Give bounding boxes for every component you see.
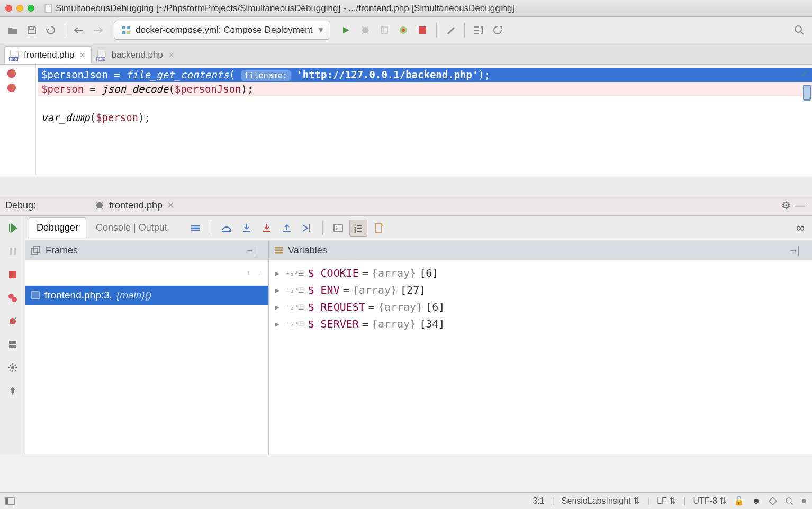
chevron-right-icon[interactable]: ▶ — [275, 269, 283, 277]
breakpoint-icon[interactable] — [7, 84, 16, 92]
show-execution-point-button[interactable] — [186, 220, 204, 237]
evaluate-expression-button[interactable] — [329, 220, 347, 237]
close-tab-button[interactable]: ✕ — [79, 51, 86, 59]
chevron-right-icon[interactable]: ▶ — [275, 303, 283, 311]
stop-debug-button[interactable] — [5, 267, 21, 283]
settings-button[interactable] — [442, 22, 459, 39]
close-session-button[interactable]: ✕ — [167, 199, 175, 211]
run-button[interactable] — [338, 22, 355, 39]
toolbar-separator — [65, 23, 65, 38]
memory-view-button[interactable] — [369, 220, 387, 237]
title-bar: SimultaneousDebugging [~/PhpstormProject… — [0, 0, 812, 17]
svg-rect-14 — [9, 345, 16, 348]
panel-resizer[interactable] — [0, 176, 812, 195]
arrow-up-icon[interactable]: ↑ — [247, 269, 250, 277]
view-breakpoints-button[interactable] — [5, 290, 21, 306]
php-file-icon: php — [97, 50, 108, 60]
tab-label: backend.php — [111, 50, 163, 60]
cursor-position[interactable]: 3:1 — [533, 496, 544, 506]
chevron-down-icon: ▾ — [319, 24, 323, 35]
variable-row[interactable]: ▶¹₂³☰ $_ENV = {array} [27] — [269, 281, 812, 298]
git-icon[interactable] — [768, 496, 778, 506]
file-encoding[interactable]: UTF-8 ⇅ — [693, 496, 727, 506]
svg-point-11 — [12, 297, 17, 302]
pin-button[interactable] — [5, 383, 21, 399]
expand-icon[interactable]: →⎸ — [245, 245, 263, 256]
pause-button[interactable] — [5, 243, 21, 259]
inspector-icon[interactable]: ☻ — [752, 496, 761, 506]
variable-row[interactable]: ▶¹₂³☰ $_SERVER = {array} [34] — [269, 315, 812, 332]
run-configuration-selector[interactable]: docker-compose.yml: Compose Deployment ▾ — [114, 21, 330, 40]
sync-button[interactable] — [42, 22, 59, 39]
close-window-button[interactable] — [5, 5, 12, 12]
variables-pane: Variables →⎸ ▶¹₂³☰ $_COOKIE = {array} [6… — [269, 240, 812, 454]
close-tab-button[interactable]: ✕ — [168, 51, 175, 59]
layout-button[interactable] — [5, 337, 21, 352]
editor-gutter[interactable] — [0, 65, 36, 176]
mute-breakpoints-button[interactable] — [5, 313, 21, 329]
tab-backend-php[interactable]: php backend.php ✕ — [92, 46, 180, 64]
tab-frontend-php[interactable]: php frontend.php ✕ — [4, 46, 92, 64]
expand-icon[interactable]: →⎸ — [789, 245, 807, 256]
array-icon: ¹₂³☰ — [286, 269, 304, 277]
lock-icon[interactable]: 🔓 — [734, 496, 744, 506]
line-separator[interactable]: LF ⇅ — [657, 496, 676, 506]
back-button[interactable] — [70, 22, 87, 39]
maximize-window-button[interactable] — [28, 5, 34, 12]
code-line[interactable]: $personJson = file_get_contents( filenam… — [38, 68, 812, 82]
step-toolbar: 123 — [186, 220, 387, 237]
code-editor[interactable]: $personJson = file_get_contents( filenam… — [0, 65, 812, 176]
watches-button[interactable]: 123 — [349, 220, 367, 237]
forward-button[interactable] — [89, 22, 106, 39]
open-file-button[interactable] — [4, 22, 21, 39]
debug-settings-button[interactable] — [5, 360, 21, 376]
svg-rect-9 — [9, 271, 16, 278]
tool-window-toggle-icon[interactable] — [5, 497, 15, 505]
svg-point-1 — [362, 27, 368, 33]
debug-button[interactable] — [357, 22, 374, 39]
variable-row[interactable]: ▶¹₂³☰ $_COOKIE = {array} [6] — [269, 265, 812, 281]
step-out-button[interactable] — [278, 220, 296, 237]
breakpoint-icon[interactable] — [7, 69, 16, 78]
search-status-icon[interactable] — [785, 497, 793, 505]
svg-rect-25 — [31, 248, 38, 254]
inspection-ok-icon[interactable]: ✓ — [801, 67, 807, 81]
variable-row[interactable]: ▶¹₂³☰ $_REQUEST = {array} [6] — [269, 298, 812, 315]
structure-button[interactable] — [470, 22, 487, 39]
debug-label: Debug: — [5, 200, 36, 211]
tab-debugger[interactable]: Debugger — [29, 217, 86, 238]
scrollbar-marker[interactable] — [803, 85, 811, 101]
stop-button[interactable] — [414, 22, 431, 39]
svg-rect-26 — [33, 246, 40, 252]
arrow-down-icon[interactable]: ↓ — [258, 269, 261, 277]
tab-console-output[interactable]: Console | Output — [88, 218, 175, 238]
infinity-icon[interactable]: ∞ — [796, 221, 805, 235]
svg-rect-27 — [32, 292, 39, 299]
chevron-right-icon[interactable]: ▶ — [275, 286, 283, 294]
coverage-button[interactable] — [376, 22, 393, 39]
code-line[interactable]: var_dump($person); — [38, 111, 812, 125]
profile-button[interactable] — [395, 22, 412, 39]
svg-point-5 — [795, 26, 801, 32]
stack-frame-row[interactable]: frontend.php:3, {main}() — [25, 286, 268, 305]
force-step-into-button[interactable] — [258, 220, 276, 237]
search-button[interactable] — [791, 22, 808, 39]
run-to-cursor-button[interactable] — [298, 220, 316, 237]
chevron-right-icon[interactable]: ▶ — [275, 320, 283, 328]
notifications-icon[interactable]: ● — [801, 495, 807, 506]
code-line[interactable]: $person = json_decode($personJson); — [38, 82, 812, 96]
step-over-button[interactable] — [218, 220, 236, 237]
minimize-window-button[interactable] — [16, 5, 23, 12]
editor-tabs: php frontend.php ✕ php backend.php ✕ — [0, 43, 812, 65]
array-icon: ¹₂³☰ — [286, 286, 304, 294]
svg-rect-19 — [283, 231, 291, 232]
insight-status[interactable]: SensioLabsInsight ⇅ — [562, 496, 640, 506]
php-file-icon: php — [10, 50, 21, 60]
svg-rect-18 — [263, 231, 270, 232]
reload-button[interactable] — [489, 22, 506, 39]
gear-icon[interactable]: ⚙ — [779, 199, 793, 212]
resume-button[interactable] — [5, 220, 21, 236]
save-button[interactable] — [23, 22, 40, 39]
step-into-button[interactable] — [238, 220, 256, 237]
minimize-panel-button[interactable]: — — [793, 199, 807, 212]
